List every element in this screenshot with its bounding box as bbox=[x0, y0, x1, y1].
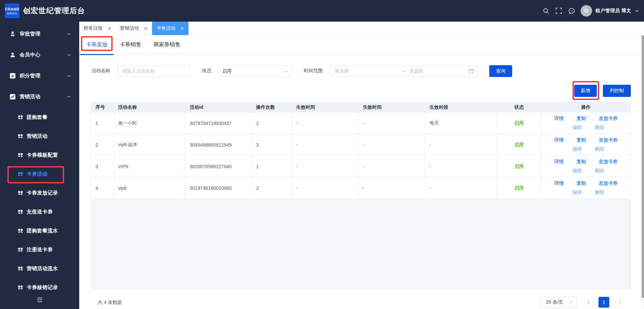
copy-link[interactable]: 复制 bbox=[577, 137, 586, 143]
sidebar-item-label: 团购套餐 bbox=[27, 114, 48, 121]
calendar-icon bbox=[468, 68, 474, 74]
cell-name: VIP5 bbox=[114, 156, 186, 177]
sidebar-item-coupon-template[interactable]: 卡券模板配置 bbox=[0, 146, 79, 164]
sidebar-item-group-package-flow[interactable]: 团购套餐流水 bbox=[0, 221, 79, 240]
sidebar-item-member[interactable]: 会员中心 bbox=[0, 44, 79, 65]
sidebar-item-marketing-activity[interactable]: 营销活动 bbox=[0, 127, 79, 146]
issue-coupon-link[interactable]: 发放卡券 bbox=[599, 180, 618, 186]
date-range-picker[interactable]: 请选择 - 请选择 bbox=[329, 66, 478, 77]
user-chevron-down-icon[interactable] bbox=[635, 8, 639, 13]
data-table: 序号 活动名称 活动id 操作次数 生效时间 失效时间 生效时段 状态 操作 1… bbox=[91, 102, 631, 289]
cell-count: 3 bbox=[252, 134, 292, 155]
delete-link[interactable]: 删除 bbox=[595, 189, 604, 196]
subtab-merchant-coupon-sale[interactable]: 商家券销售 bbox=[147, 35, 186, 54]
search-button[interactable]: 查询 bbox=[489, 65, 512, 77]
subtab-label: 商家券销售 bbox=[153, 41, 180, 48]
cell-name: 免一小时 bbox=[114, 112, 186, 134]
cell-start: - bbox=[292, 112, 359, 134]
sidebar-collapse-button[interactable] bbox=[0, 291, 79, 309]
sidebar-item-coupon-issue-record[interactable]: 卡券发放记录 bbox=[0, 183, 79, 202]
sidebar: 审批管理 会员中心 e 积分管理 bbox=[0, 22, 79, 309]
status-select[interactable]: 启用 bbox=[218, 66, 292, 77]
user-name[interactable]: 租户管理员 博文 bbox=[595, 8, 631, 14]
search-icon[interactable] bbox=[539, 0, 552, 22]
sidebar-item-marketing-flow[interactable]: 营销活动流水 bbox=[0, 259, 79, 278]
grid-icon bbox=[18, 228, 23, 234]
next-page-button[interactable] bbox=[615, 297, 625, 308]
tab-coupon-activity[interactable]: 卡券活动 bbox=[152, 22, 188, 35]
cell-index: 1 bbox=[91, 112, 114, 134]
message-icon[interactable] bbox=[565, 0, 578, 22]
sidebar-item-label: 卡券活动 bbox=[27, 171, 48, 177]
subtab-coupon-issue[interactable]: 卡券发放 bbox=[80, 35, 114, 54]
svg-text:e: e bbox=[11, 73, 14, 78]
col-header-count: 操作次数 bbox=[252, 102, 292, 112]
page-size-select[interactable]: 20 条/页 bbox=[540, 297, 577, 308]
table-footer: 共 4 条数据 20 条/页 1 bbox=[91, 289, 631, 309]
delete-link[interactable]: 删除 bbox=[595, 125, 604, 131]
edit-link[interactable]: 编辑 bbox=[573, 125, 582, 131]
table-row: 3 VIP5 3020070566227845 1 - - - 启用 详情 复制… bbox=[91, 156, 630, 177]
activity-name-input[interactable]: 请输入活动名称 bbox=[118, 66, 190, 77]
cell-period: 每天 bbox=[426, 112, 497, 134]
detail-link[interactable]: 详情 bbox=[554, 159, 564, 165]
chevron-down-icon bbox=[284, 69, 288, 73]
sidebar-item-recharge-coupon[interactable]: 充值送卡券 bbox=[0, 202, 79, 221]
avatar[interactable]: 租 bbox=[581, 5, 592, 17]
tab-label: 财务日报 bbox=[84, 25, 103, 31]
pagination: 20 条/页 1 bbox=[540, 297, 625, 308]
col-header-status: 状态 bbox=[497, 102, 542, 112]
range-start-placeholder: 请选择 bbox=[334, 68, 403, 74]
filter-bar: 活动名称 请输入活动名称 状态 启用 时间范围 请选择 - 请选择 查询 bbox=[79, 57, 644, 84]
app-title: 创宏世纪管理后台 bbox=[23, 0, 85, 22]
fullscreen-icon[interactable] bbox=[552, 0, 565, 22]
cell-end: - bbox=[359, 156, 426, 177]
prev-page-button[interactable] bbox=[583, 297, 594, 308]
col-header-index: 序号 bbox=[91, 102, 114, 112]
cell-start: - bbox=[292, 156, 359, 177]
tab-finance-daily[interactable]: 财务日报 bbox=[79, 22, 116, 35]
sidebar-item-points[interactable]: e 积分管理 bbox=[0, 65, 79, 86]
edit-link[interactable]: 编辑 bbox=[573, 168, 582, 174]
cell-id: 3019736180010885 bbox=[186, 177, 252, 199]
app-logo: CRAND 创宏世纪 bbox=[5, 3, 20, 18]
sidebar-item-label: 营销活动 bbox=[27, 133, 48, 139]
issue-coupon-link[interactable]: 发放卡券 bbox=[599, 159, 618, 165]
sidebar-item-marketing[interactable]: 营销活动 bbox=[0, 86, 79, 107]
sidebar-item-register-coupon[interactable]: 注册送卡券 bbox=[0, 240, 79, 259]
add-button[interactable]: 新增 bbox=[574, 85, 597, 97]
cell-period: - bbox=[426, 134, 497, 155]
edit-link[interactable]: 编辑 bbox=[573, 146, 582, 152]
chevron-down-icon bbox=[67, 32, 71, 36]
issue-coupon-link[interactable]: 发放卡券 bbox=[599, 115, 618, 122]
page-number-1[interactable]: 1 bbox=[598, 297, 609, 308]
delete-link[interactable]: 删除 bbox=[595, 168, 604, 174]
cell-id: 3045498685812549 bbox=[186, 134, 252, 155]
copy-link[interactable]: 复制 bbox=[577, 159, 586, 165]
close-icon[interactable] bbox=[108, 27, 111, 30]
scrollbar-thumb[interactable] bbox=[642, 35, 644, 298]
sidebar-item-approval[interactable]: 审批管理 bbox=[0, 23, 79, 44]
copy-link[interactable]: 复制 bbox=[577, 115, 586, 122]
select-value: 启用 bbox=[222, 68, 232, 74]
detail-link[interactable]: 详情 bbox=[554, 180, 564, 186]
input-placeholder: 请输入活动名称 bbox=[122, 68, 155, 74]
sidebar-item-label: 充值送卡券 bbox=[27, 209, 53, 215]
sidebar-item-label: 营销活动 bbox=[20, 94, 67, 100]
column-control-button[interactable]: 列控制 bbox=[603, 85, 631, 97]
delete-link[interactable]: 删除 bbox=[595, 146, 604, 152]
detail-link[interactable]: 详情 bbox=[554, 115, 564, 122]
status-badge: 启用 bbox=[514, 142, 524, 148]
close-icon[interactable] bbox=[144, 27, 148, 30]
close-icon[interactable] bbox=[180, 27, 184, 30]
detail-link[interactable]: 详情 bbox=[554, 137, 564, 143]
sidebar-item-coupon-activity[interactable]: 卡券活动 bbox=[0, 164, 79, 183]
tab-marketing-activity[interactable]: 营销活动 bbox=[116, 22, 152, 35]
copy-link[interactable]: 复制 bbox=[577, 180, 586, 186]
col-header-start: 生效时间 bbox=[292, 102, 359, 112]
sidebar-item-group-package[interactable]: 团购套餐 bbox=[0, 108, 79, 127]
issue-coupon-link[interactable]: 发放卡券 bbox=[599, 137, 618, 143]
cell-id: 3020070566227845 bbox=[186, 156, 252, 177]
subtab-coupon-sale[interactable]: 卡券销售 bbox=[114, 35, 147, 54]
edit-link[interactable]: 编辑 bbox=[573, 189, 582, 196]
